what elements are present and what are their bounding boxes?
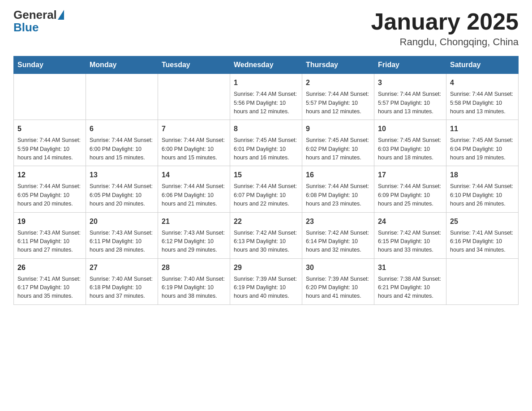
day-info: Sunrise: 7:44 AM Sunset: 5:58 PM Dayligh… bbox=[450, 90, 515, 116]
day-info: Sunrise: 7:44 AM Sunset: 5:56 PM Dayligh… bbox=[234, 90, 298, 116]
day-info: Sunrise: 7:43 AM Sunset: 6:12 PM Dayligh… bbox=[162, 229, 226, 255]
week-row-3: 12Sunrise: 7:44 AM Sunset: 6:05 PM Dayli… bbox=[14, 166, 519, 212]
day-info: Sunrise: 7:39 AM Sunset: 6:19 PM Dayligh… bbox=[234, 275, 298, 301]
day-number: 6 bbox=[90, 124, 154, 134]
calendar-body: 1Sunrise: 7:44 AM Sunset: 5:56 PM Daylig… bbox=[14, 74, 519, 305]
calendar-cell bbox=[86, 74, 158, 120]
day-number: 22 bbox=[234, 216, 298, 227]
calendar-table: SundayMondayTuesdayWednesdayThursdayFrid… bbox=[13, 56, 519, 305]
day-number: 18 bbox=[450, 170, 515, 180]
day-of-week-tuesday: Tuesday bbox=[158, 56, 230, 74]
day-of-week-thursday: Thursday bbox=[302, 56, 374, 74]
day-of-week-monday: Monday bbox=[86, 56, 158, 74]
logo: General Blue bbox=[13, 9, 65, 34]
days-of-week-row: SundayMondayTuesdayWednesdayThursdayFrid… bbox=[14, 56, 519, 74]
day-info: Sunrise: 7:44 AM Sunset: 6:09 PM Dayligh… bbox=[378, 182, 442, 208]
calendar-cell: 16Sunrise: 7:44 AM Sunset: 6:08 PM Dayli… bbox=[302, 166, 374, 212]
day-number: 11 bbox=[450, 124, 515, 134]
day-info: Sunrise: 7:45 AM Sunset: 6:02 PM Dayligh… bbox=[306, 136, 370, 162]
day-number: 12 bbox=[17, 170, 82, 180]
day-number: 24 bbox=[378, 216, 442, 227]
calendar-cell: 20Sunrise: 7:43 AM Sunset: 6:11 PM Dayli… bbox=[86, 212, 158, 258]
calendar-cell: 13Sunrise: 7:44 AM Sunset: 6:05 PM Dayli… bbox=[86, 166, 158, 212]
day-info: Sunrise: 7:44 AM Sunset: 6:00 PM Dayligh… bbox=[162, 136, 226, 162]
day-number: 2 bbox=[306, 77, 370, 88]
day-number: 30 bbox=[306, 262, 370, 273]
day-number: 16 bbox=[306, 170, 370, 180]
day-info: Sunrise: 7:45 AM Sunset: 6:03 PM Dayligh… bbox=[378, 136, 442, 162]
day-number: 28 bbox=[162, 262, 226, 273]
day-number: 26 bbox=[17, 262, 82, 273]
day-info: Sunrise: 7:38 AM Sunset: 6:21 PM Dayligh… bbox=[378, 275, 442, 301]
day-info: Sunrise: 7:41 AM Sunset: 6:16 PM Dayligh… bbox=[450, 229, 515, 255]
day-info: Sunrise: 7:44 AM Sunset: 6:00 PM Dayligh… bbox=[90, 136, 154, 162]
day-of-week-friday: Friday bbox=[374, 56, 446, 74]
calendar-cell: 7Sunrise: 7:44 AM Sunset: 6:00 PM Daylig… bbox=[158, 120, 230, 166]
day-number: 1 bbox=[234, 77, 298, 88]
calendar-cell bbox=[446, 258, 519, 304]
calendar-cell: 22Sunrise: 7:42 AM Sunset: 6:13 PM Dayli… bbox=[230, 212, 302, 258]
day-info: Sunrise: 7:44 AM Sunset: 5:57 PM Dayligh… bbox=[306, 90, 370, 116]
logo-triangle-icon bbox=[58, 10, 64, 20]
day-info: Sunrise: 7:40 AM Sunset: 6:19 PM Dayligh… bbox=[162, 275, 226, 301]
calendar-cell: 29Sunrise: 7:39 AM Sunset: 6:19 PM Dayli… bbox=[230, 258, 302, 304]
day-number: 27 bbox=[90, 262, 154, 273]
calendar-cell: 15Sunrise: 7:44 AM Sunset: 6:07 PM Dayli… bbox=[230, 166, 302, 212]
calendar-cell: 18Sunrise: 7:44 AM Sunset: 6:10 PM Dayli… bbox=[446, 166, 519, 212]
day-number: 15 bbox=[234, 170, 298, 180]
calendar-cell: 9Sunrise: 7:45 AM Sunset: 6:02 PM Daylig… bbox=[302, 120, 374, 166]
day-info: Sunrise: 7:44 AM Sunset: 6:10 PM Dayligh… bbox=[450, 182, 515, 208]
day-info: Sunrise: 7:42 AM Sunset: 6:13 PM Dayligh… bbox=[234, 229, 298, 255]
day-info: Sunrise: 7:41 AM Sunset: 6:17 PM Dayligh… bbox=[17, 275, 82, 301]
logo-general-text: General bbox=[13, 9, 57, 21]
day-number: 3 bbox=[378, 77, 442, 88]
page-subtitle: Rangdu, Chongqing, China bbox=[371, 36, 519, 48]
day-info: Sunrise: 7:44 AM Sunset: 5:59 PM Dayligh… bbox=[17, 136, 82, 162]
day-number: 7 bbox=[162, 124, 226, 134]
day-number: 25 bbox=[450, 216, 515, 227]
calendar-cell: 17Sunrise: 7:44 AM Sunset: 6:09 PM Dayli… bbox=[374, 166, 446, 212]
week-row-4: 19Sunrise: 7:43 AM Sunset: 6:11 PM Dayli… bbox=[14, 212, 519, 258]
calendar-cell: 4Sunrise: 7:44 AM Sunset: 5:58 PM Daylig… bbox=[446, 74, 519, 120]
day-of-week-wednesday: Wednesday bbox=[230, 56, 302, 74]
day-number: 29 bbox=[234, 262, 298, 273]
week-row-5: 26Sunrise: 7:41 AM Sunset: 6:17 PM Dayli… bbox=[14, 258, 519, 304]
day-number: 23 bbox=[306, 216, 370, 227]
day-info: Sunrise: 7:43 AM Sunset: 6:11 PM Dayligh… bbox=[17, 229, 82, 255]
calendar-cell: 5Sunrise: 7:44 AM Sunset: 5:59 PM Daylig… bbox=[14, 120, 86, 166]
calendar-cell: 2Sunrise: 7:44 AM Sunset: 5:57 PM Daylig… bbox=[302, 74, 374, 120]
day-info: Sunrise: 7:39 AM Sunset: 6:20 PM Dayligh… bbox=[306, 275, 370, 301]
calendar-header: SundayMondayTuesdayWednesdayThursdayFrid… bbox=[14, 56, 519, 74]
day-info: Sunrise: 7:45 AM Sunset: 6:01 PM Dayligh… bbox=[234, 136, 298, 162]
day-of-week-saturday: Saturday bbox=[446, 56, 519, 74]
day-number: 4 bbox=[450, 77, 515, 88]
day-number: 31 bbox=[378, 262, 442, 273]
day-number: 14 bbox=[162, 170, 226, 180]
day-number: 13 bbox=[90, 170, 154, 180]
title-block: January 2025 Rangdu, Chongqing, China bbox=[371, 9, 519, 48]
day-info: Sunrise: 7:40 AM Sunset: 6:18 PM Dayligh… bbox=[90, 275, 154, 301]
calendar-cell: 3Sunrise: 7:44 AM Sunset: 5:57 PM Daylig… bbox=[374, 74, 446, 120]
day-number: 10 bbox=[378, 124, 442, 134]
calendar-cell: 28Sunrise: 7:40 AM Sunset: 6:19 PM Dayli… bbox=[158, 258, 230, 304]
day-info: Sunrise: 7:44 AM Sunset: 6:07 PM Dayligh… bbox=[234, 182, 298, 208]
calendar-cell: 30Sunrise: 7:39 AM Sunset: 6:20 PM Dayli… bbox=[302, 258, 374, 304]
calendar-cell: 1Sunrise: 7:44 AM Sunset: 5:56 PM Daylig… bbox=[230, 74, 302, 120]
day-number: 8 bbox=[234, 124, 298, 134]
calendar-cell: 8Sunrise: 7:45 AM Sunset: 6:01 PM Daylig… bbox=[230, 120, 302, 166]
calendar-cell: 25Sunrise: 7:41 AM Sunset: 6:16 PM Dayli… bbox=[446, 212, 519, 258]
week-row-1: 1Sunrise: 7:44 AM Sunset: 5:56 PM Daylig… bbox=[14, 74, 519, 120]
day-number: 5 bbox=[17, 124, 82, 134]
day-info: Sunrise: 7:44 AM Sunset: 6:06 PM Dayligh… bbox=[162, 182, 226, 208]
day-info: Sunrise: 7:43 AM Sunset: 6:11 PM Dayligh… bbox=[90, 229, 154, 255]
calendar-cell: 31Sunrise: 7:38 AM Sunset: 6:21 PM Dayli… bbox=[374, 258, 446, 304]
calendar-cell: 23Sunrise: 7:42 AM Sunset: 6:14 PM Dayli… bbox=[302, 212, 374, 258]
page-header: General Blue January 2025 Rangdu, Chongq… bbox=[13, 9, 519, 48]
calendar-cell: 11Sunrise: 7:45 AM Sunset: 6:04 PM Dayli… bbox=[446, 120, 519, 166]
logo-blue-text: Blue bbox=[13, 21, 39, 34]
day-number: 19 bbox=[17, 216, 82, 227]
calendar-cell: 24Sunrise: 7:42 AM Sunset: 6:15 PM Dayli… bbox=[374, 212, 446, 258]
week-row-2: 5Sunrise: 7:44 AM Sunset: 5:59 PM Daylig… bbox=[14, 120, 519, 166]
day-info: Sunrise: 7:44 AM Sunset: 6:05 PM Dayligh… bbox=[90, 182, 154, 208]
calendar-cell: 12Sunrise: 7:44 AM Sunset: 6:05 PM Dayli… bbox=[14, 166, 86, 212]
